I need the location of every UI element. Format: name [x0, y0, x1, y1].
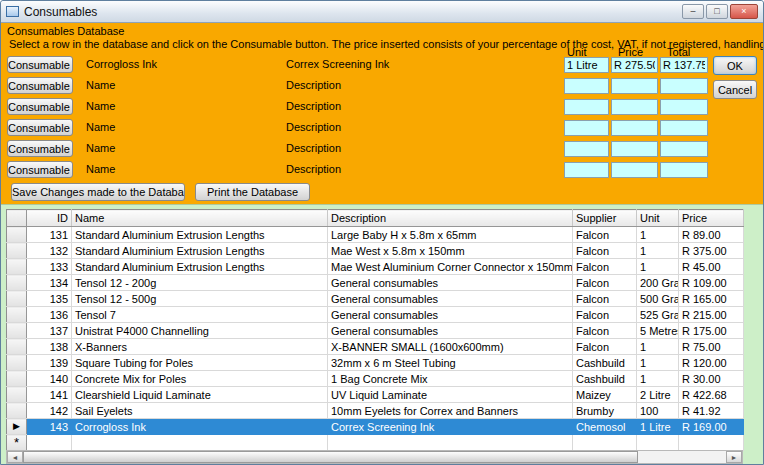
- column-header-supplier[interactable]: Supplier: [573, 210, 637, 227]
- cell-name[interactable]: Sail Eyelets: [72, 403, 328, 419]
- price-field[interactable]: [611, 120, 658, 136]
- table-row[interactable]: 133Standard Aluminium Extrusion LengthsM…: [7, 259, 744, 275]
- cell-price[interactable]: R 422.68: [679, 387, 744, 403]
- total-field[interactable]: [660, 141, 708, 157]
- total-field[interactable]: [660, 120, 708, 136]
- row-selector[interactable]: [7, 259, 27, 275]
- save-database-button[interactable]: Save Changes made to the Database: [11, 183, 185, 201]
- ok-button[interactable]: OK: [713, 56, 757, 75]
- cell-supplier[interactable]: Cashbuild: [573, 371, 637, 387]
- cell-supplier[interactable]: Falcon: [573, 323, 637, 339]
- cell-name[interactable]: Standard Aluminium Extrusion Lengths: [72, 259, 328, 275]
- title-bar[interactable]: Consumables – □ ×: [1, 1, 763, 23]
- cell-supplier[interactable]: Falcon: [573, 243, 637, 259]
- cell-description[interactable]: General consumables: [328, 275, 573, 291]
- column-header-name[interactable]: Name: [72, 210, 328, 227]
- total-field[interactable]: [660, 78, 708, 94]
- total-field[interactable]: [660, 99, 708, 115]
- unit-field[interactable]: [564, 99, 609, 115]
- table-row[interactable]: 132Standard Aluminium Extrusion LengthsM…: [7, 243, 744, 259]
- cell-id[interactable]: 139: [27, 355, 72, 371]
- cell-name[interactable]: Corrogloss Ink: [72, 419, 328, 435]
- table-row[interactable]: 137Unistrat P4000 ChannellingGeneral con…: [7, 323, 744, 339]
- cell-id[interactable]: 133: [27, 259, 72, 275]
- table-row[interactable]: 142Sail Eyelets10mm Eyelets for Correx a…: [7, 403, 744, 419]
- cell-price[interactable]: R 215.00: [679, 307, 744, 323]
- cell-id[interactable]: 137: [27, 323, 72, 339]
- cell-id[interactable]: 138: [27, 339, 72, 355]
- unit-field[interactable]: [564, 120, 609, 136]
- price-field[interactable]: [611, 141, 658, 157]
- cell-unit[interactable]: 1: [637, 371, 679, 387]
- cell-description[interactable]: X-BANNER SMALL (1600x600mm): [328, 339, 573, 355]
- cell-price[interactable]: R 30.00: [679, 371, 744, 387]
- cell-name[interactable]: Tensol 12 - 500g: [72, 291, 328, 307]
- table-row[interactable]: 131Standard Aluminium Extrusion LengthsL…: [7, 227, 744, 243]
- row-selector[interactable]: [7, 307, 27, 323]
- print-database-button[interactable]: Print the Database: [195, 183, 310, 201]
- table-row[interactable]: 141Clearshield Liquid LaminateUV Liquid …: [7, 387, 744, 403]
- cell-id[interactable]: 143: [27, 419, 72, 435]
- table-row[interactable]: 139Square Tubing for Poles32mm x 6 m Ste…: [7, 355, 744, 371]
- cell-supplier[interactable]: Brumby: [573, 403, 637, 419]
- consumable-6-button[interactable]: Consumable 6: [7, 161, 73, 178]
- cell-description[interactable]: General consumables: [328, 291, 573, 307]
- table-row[interactable]: 136Tensol 7General consumablesFalcon525 …: [7, 307, 744, 323]
- cell-empty[interactable]: [328, 435, 573, 451]
- cell-id[interactable]: 142: [27, 403, 72, 419]
- close-button[interactable]: ×: [730, 4, 758, 19]
- cell-name[interactable]: Concrete Mix for Poles: [72, 371, 328, 387]
- cell-price[interactable]: R 175.00: [679, 323, 744, 339]
- consumable-1-button[interactable]: Consumable 1: [7, 56, 73, 73]
- cell-supplier[interactable]: Maizey: [573, 387, 637, 403]
- unit-field[interactable]: [564, 78, 609, 94]
- cell-name[interactable]: Standard Aluminium Extrusion Lengths: [72, 243, 328, 259]
- cell-supplier[interactable]: Cashbuild: [573, 355, 637, 371]
- cell-id[interactable]: 135: [27, 291, 72, 307]
- cell-description[interactable]: Large Baby H x 5.8m x 65mm: [328, 227, 573, 243]
- consumable-3-button[interactable]: Consumable 3: [7, 98, 73, 115]
- cell-description[interactable]: Mae West x 5.8m x 150mm: [328, 243, 573, 259]
- cell-supplier[interactable]: Falcon: [573, 291, 637, 307]
- row-selector[interactable]: [7, 227, 27, 243]
- row-selector[interactable]: [7, 323, 27, 339]
- cell-id[interactable]: 141: [27, 387, 72, 403]
- table-row[interactable]: ▶143Corrogloss InkCorrex Screening InkCh…: [7, 419, 744, 435]
- cell-unit[interactable]: 1: [637, 339, 679, 355]
- row-selector[interactable]: [7, 291, 27, 307]
- row-selector[interactable]: [7, 243, 27, 259]
- row-selector[interactable]: [7, 355, 27, 371]
- row-selector[interactable]: ▶: [7, 419, 27, 435]
- cell-empty[interactable]: [72, 435, 328, 451]
- cell-price[interactable]: R 75.00: [679, 339, 744, 355]
- horizontal-scrollbar[interactable]: ◄ ►: [6, 450, 743, 464]
- cell-name[interactable]: Tensol 7: [72, 307, 328, 323]
- cell-id[interactable]: 132: [27, 243, 72, 259]
- cell-id[interactable]: 134: [27, 275, 72, 291]
- cell-unit[interactable]: 1: [637, 243, 679, 259]
- cell-id[interactable]: 140: [27, 371, 72, 387]
- consumable-5-button[interactable]: Consumable 5: [7, 140, 73, 157]
- unit-field[interactable]: [564, 162, 609, 178]
- cell-unit[interactable]: 1 Litre: [637, 419, 679, 435]
- cell-id[interactable]: 131: [27, 227, 72, 243]
- price-field[interactable]: [611, 162, 658, 178]
- cell-name[interactable]: Tensol 12 - 200g: [72, 275, 328, 291]
- new-row-selector[interactable]: *: [7, 435, 27, 451]
- cell-description[interactable]: 32mm x 6 m Steel Tubing: [328, 355, 573, 371]
- row-selector[interactable]: [7, 403, 27, 419]
- cell-unit[interactable]: 525 Gram: [637, 307, 679, 323]
- cell-price[interactable]: R 45.00: [679, 259, 744, 275]
- cell-price[interactable]: R 41.92: [679, 403, 744, 419]
- cell-empty[interactable]: [637, 435, 679, 451]
- table-row[interactable]: 134Tensol 12 - 200gGeneral consumablesFa…: [7, 275, 744, 291]
- cell-description[interactable]: General consumables: [328, 323, 573, 339]
- scroll-right-button[interactable]: ►: [726, 451, 742, 463]
- cell-supplier[interactable]: Falcon: [573, 259, 637, 275]
- cell-empty[interactable]: [679, 435, 744, 451]
- new-row[interactable]: *: [7, 435, 744, 451]
- cell-price[interactable]: R 169.00: [679, 419, 744, 435]
- cell-supplier[interactable]: Chemosol: [573, 419, 637, 435]
- cell-price[interactable]: R 120.00: [679, 355, 744, 371]
- table-row[interactable]: 140Concrete Mix for Poles1 Bag Concrete …: [7, 371, 744, 387]
